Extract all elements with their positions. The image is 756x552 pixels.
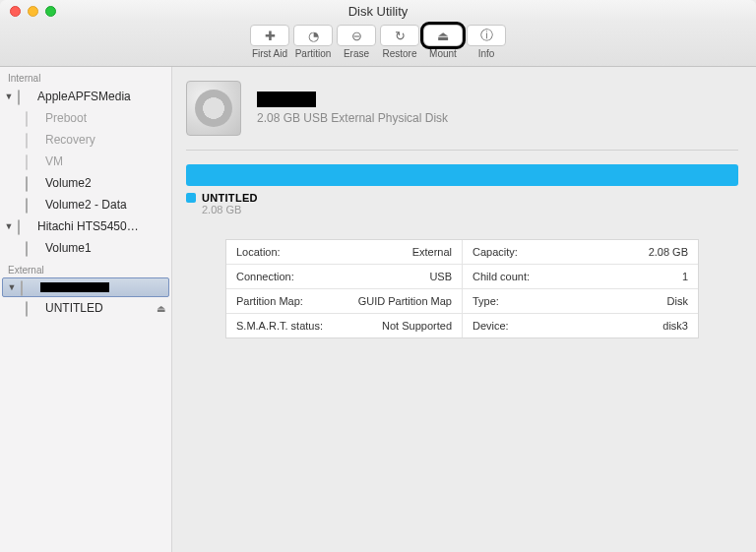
window-title: Disk Utility [0,4,756,19]
disk-icon [18,90,20,105]
table-row: Connection:USB Child count:1 [226,265,698,289]
sidebar-item-label: Volume2 - Data [45,198,127,212]
table-row: S.M.A.R.T. status:Not Supported Device:d… [226,314,698,337]
titlebar: Disk Utility [0,0,756,22]
detail-value: 2.08 GB [649,246,688,258]
disk-icon [26,154,28,170]
detail-key: Device: [472,320,509,332]
sidebar-item-label: AppleAPFSMedia [37,90,131,103]
disk-image-icon [186,81,241,136]
detail-value: GUID Partition Map [358,295,452,307]
sidebar-item-label: Volume1 [45,241,92,255]
disk-subtitle: 2.08 GB USB External Physical Disk [257,111,448,125]
legend-dot [186,193,196,203]
detail-key: Child count: [472,271,530,282]
detail-key: S.M.A.R.T. status: [236,320,323,332]
detail-key: Location: [236,246,281,258]
detail-key: Partition Map: [236,295,303,307]
sidebar-item-label: Preboot [45,111,87,125]
sidebar-item-external-disk[interactable]: ▼ [2,277,169,297]
toolbar-mount[interactable]: ⏏ Mount [423,25,463,59]
toolbar-info[interactable]: ⓘ Info [467,25,506,59]
detail-key: Connection: [236,271,294,282]
disk-icon [26,111,28,127]
main-panel: 2.08 GB USB External Physical Disk UNTIT… [172,67,756,552]
sidebar-item-label: Recovery [45,133,95,147]
mount-icon: ⏏ [437,29,449,43]
detail-value: disk3 [662,320,688,332]
disk-icon [26,241,28,257]
sidebar-item-recovery[interactable]: Recovery [0,129,171,151]
sidebar-section-external: External [0,259,171,277]
sidebar: Internal ▼ AppleAPFSMedia Preboot Recove… [0,67,172,552]
disk-icon [18,219,20,235]
sidebar-item-volume1[interactable]: Volume1 [0,237,171,259]
sidebar-item-label: UNTITLED [45,301,103,315]
detail-value: Disk [667,295,688,307]
separator [186,150,738,151]
sidebar-item-volume2[interactable]: Volume2 [0,172,171,194]
sidebar-section-internal: Internal [0,67,171,86]
disk-info: 2.08 GB USB External Physical Disk [257,92,448,125]
disk-icon [26,176,28,192]
sidebar-item-untitled[interactable]: UNTITLED ⏏ [0,297,171,319]
disk-icon [26,133,28,149]
toolbar-firstaid[interactable]: ✚ First Aid [250,25,289,59]
detail-value: External [412,246,452,258]
usage-section: UNTITLED 2.08 GB [186,164,738,215]
sidebar-item-appleapfs[interactable]: ▼ AppleAPFSMedia [0,86,171,107]
legend-size: 2.08 GB [202,204,738,215]
disk-icon [26,301,28,317]
toolbar-partition-label: Partition [295,48,332,59]
erase-icon: ⊖ [351,29,362,43]
partition-icon: ◔ [308,29,319,43]
restore-icon: ↻ [395,29,406,43]
toolbar-partition[interactable]: ◔ Partition [293,25,333,59]
sidebar-item-volume2data[interactable]: Volume2 - Data [0,194,171,215]
toolbar: ✚ First Aid ◔ Partition ⊖ Erase ↻ Restor… [0,22,756,67]
detail-value: USB [429,271,452,282]
detail-value: Not Supported [382,320,452,332]
usage-bar [186,164,738,186]
detail-key: Type: [472,295,499,307]
disk-icon [26,198,28,214]
table-row: Location:External Capacity:2.08 GB [226,240,698,265]
disclosure-icon[interactable]: ▼ [7,282,17,292]
usage-legend: UNTITLED [186,192,738,204]
sidebar-item-label-redacted [40,282,109,292]
sidebar-item-hitachi[interactable]: ▼ Hitachi HTS5450… [0,215,171,237]
firstaid-icon: ✚ [265,29,276,43]
disk-icon [21,280,23,296]
disclosure-icon[interactable]: ▼ [4,221,14,231]
disclosure-icon[interactable]: ▼ [4,92,14,101]
info-icon: ⓘ [480,27,493,44]
body: Internal ▼ AppleAPFSMedia Preboot Recove… [0,67,756,552]
sidebar-item-label: Hitachi HTS5450… [37,219,139,233]
toolbar-restore-label: Restore [382,48,416,59]
table-row: Partition Map:GUID Partition Map Type:Di… [226,289,698,314]
detail-value: 1 [682,271,688,282]
detail-key: Capacity: [472,246,518,258]
disk-utility-window: Disk Utility ✚ First Aid ◔ Partition ⊖ E… [0,0,756,552]
toolbar-erase-label: Erase [344,48,369,59]
sidebar-item-label: Volume2 [45,176,92,190]
toolbar-firstaid-label: First Aid [252,48,287,59]
sidebar-item-preboot[interactable]: Preboot [0,107,171,129]
disk-name-redacted [257,92,316,107]
details-table: Location:External Capacity:2.08 GB Conne… [225,239,699,338]
legend-name: UNTITLED [202,192,258,204]
toolbar-info-label: Info [478,48,495,59]
disk-header: 2.08 GB USB External Physical Disk [186,81,738,136]
eject-icon[interactable]: ⏏ [157,303,165,314]
toolbar-erase[interactable]: ⊖ Erase [337,25,376,59]
sidebar-item-label: VM [45,154,63,168]
sidebar-item-vm[interactable]: VM [0,151,171,172]
toolbar-restore[interactable]: ↻ Restore [380,25,419,59]
toolbar-mount-label: Mount [429,48,457,59]
